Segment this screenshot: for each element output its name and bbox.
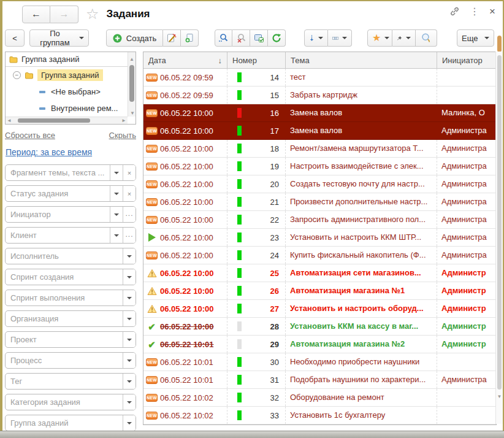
- refresh-button[interactable]: [268, 29, 286, 47]
- task-row[interactable]: 06.05.22 10:0023Установить и настроить К…: [143, 229, 496, 247]
- chevron-down-icon: [127, 276, 132, 279]
- tree-item-internal[interactable]: Внутренние рем...: [6, 100, 136, 117]
- copy-button[interactable]: [181, 29, 199, 47]
- task-row[interactable]: ✔06.05.22 10:0129Автоматизация магазина …: [143, 336, 496, 353]
- task-row[interactable]: NEW06.05.22 10:0021Произвести дополнител…: [143, 193, 496, 211]
- filter-dropdown-button[interactable]: [123, 394, 136, 410]
- task-row[interactable]: NEW06.05.22 10:0018Ремонт/замена маршрут…: [143, 140, 496, 158]
- task-initiator: Администра: [437, 122, 496, 139]
- create-by-template-button[interactable]: [163, 29, 181, 47]
- filter-clear-button[interactable]: ×: [123, 165, 136, 180]
- create-button[interactable]: Создать: [106, 29, 163, 47]
- filter-field[interactable]: Статус задания×: [5, 185, 136, 202]
- kebab-menu-icon[interactable]: ⋮: [470, 7, 479, 17]
- task-row[interactable]: NEW06.05.22 10:0016Замена валовМалинка, …: [143, 104, 496, 122]
- filter-clear-button[interactable]: ×: [123, 186, 136, 201]
- filter-dropdown-button[interactable]: [123, 374, 136, 389]
- filter-dropdown-button[interactable]: [123, 311, 136, 326]
- task-row[interactable]: 06.05.22 10:0025Автоматизация сети магаз…: [143, 264, 496, 282]
- tree-vertical-scrollbar[interactable]: ▲ ▼: [128, 52, 136, 117]
- column-header-initiator[interactable]: Инициатор: [437, 52, 496, 68]
- column-header-theme[interactable]: Тема: [285, 52, 437, 68]
- period-link[interactable]: Период: за все время: [6, 147, 92, 157]
- status-bar: [237, 393, 242, 402]
- task-row[interactable]: NEW06.05.22 10:0232Оборудование на ремон…: [143, 389, 496, 407]
- favorites-button[interactable]: ★: [367, 29, 392, 47]
- filter-field[interactable]: Процесс: [5, 352, 136, 369]
- hide-link[interactable]: Скрыть: [109, 131, 136, 140]
- task-number-cell: 32: [227, 389, 285, 406]
- collapse-node-icon[interactable]: −: [13, 71, 21, 79]
- close-icon[interactable]: ×: [489, 6, 495, 17]
- filter-field[interactable]: Инициатор...: [5, 206, 136, 223]
- task-row[interactable]: NEW06.05.22 10:0022Запросить администрат…: [143, 211, 496, 229]
- star-icon: ★: [372, 33, 381, 43]
- scroll-down-icon[interactable]: ▼: [496, 394, 503, 399]
- cancel-search-button[interactable]: [232, 29, 250, 47]
- filter-dropdown-button[interactable]: [110, 186, 123, 201]
- filter-dropdown-button[interactable]: [110, 228, 123, 243]
- filter-dropdown-button[interactable]: [110, 207, 123, 222]
- columns-button[interactable]: [328, 29, 352, 47]
- tree-item-not-selected[interactable]: <Не выбран>: [6, 83, 136, 100]
- scroll-up-icon[interactable]: ▲: [129, 56, 134, 62]
- task-row[interactable]: ✔06.05.22 10:0028Установить ККМ на кассу…: [143, 318, 496, 336]
- filter-field[interactable]: Группа заданий: [5, 415, 136, 431]
- tree-horizontal-scrollbar[interactable]: ◄ ►: [6, 117, 128, 124]
- task-row[interactable]: NEW06.05.22 10:0131Подобрать наушники по…: [143, 371, 496, 389]
- task-row[interactable]: 06.05.22 10:0026Автоматизация магазина №…: [143, 282, 496, 300]
- filter-dropdown-button[interactable]: [110, 165, 123, 180]
- scrollbar-thumb[interactable]: [129, 65, 134, 102]
- filter-choose-button[interactable]: ...: [123, 228, 136, 243]
- filter-dropdown-button[interactable]: [123, 290, 136, 305]
- scroll-down-icon[interactable]: ▼: [130, 111, 135, 116]
- filter-dropdown-button[interactable]: [123, 269, 136, 285]
- filter-field[interactable]: Тег: [5, 373, 136, 390]
- scroll-right-icon[interactable]: ►: [121, 118, 126, 123]
- monocle-button[interactable]: [416, 29, 437, 47]
- task-row[interactable]: NEW06.05.22 10:0130Необходимо приобрести…: [143, 353, 496, 371]
- task-row[interactable]: NEW06.05.22 10:0019Настроить взаимодейст…: [143, 158, 496, 175]
- filter-field[interactable]: Спринт выполнения: [5, 290, 136, 306]
- back-button[interactable]: ←: [22, 6, 50, 23]
- filter-field[interactable]: Клиент...: [5, 227, 136, 244]
- filter-field[interactable]: Исполнитель: [5, 248, 136, 264]
- favorite-star-icon[interactable]: ☆: [86, 7, 99, 21]
- filter-choose-button[interactable]: ...: [123, 207, 136, 222]
- scroll-left-icon[interactable]: ◄: [7, 118, 12, 123]
- task-row[interactable]: NEW06.05.22 10:0024Купить фискальный нак…: [143, 247, 496, 264]
- tree-item-group[interactable]: − Группа заданий: [6, 67, 136, 83]
- task-number: 23: [242, 233, 285, 242]
- task-row[interactable]: NEW06.05.22 09:5915Забрать картридж: [143, 86, 496, 104]
- splitter-handle[interactable]: [497, 36, 502, 52]
- task-row[interactable]: 06.05.22 10:0027Установить и настроить о…: [143, 300, 496, 318]
- task-row[interactable]: NEW06.05.22 10:0017Замена валовАдминистр…: [143, 122, 496, 140]
- filter-dropdown-button[interactable]: [123, 248, 136, 264]
- search-button[interactable]: [215, 29, 232, 47]
- collapse-sidebar-button[interactable]: <: [5, 29, 25, 47]
- filter-dropdown-button[interactable]: [123, 353, 136, 368]
- pin-button[interactable]: [392, 29, 416, 47]
- filter-dropdown-button[interactable]: [123, 415, 136, 431]
- configure-list-button[interactable]: [250, 29, 268, 47]
- filter-field[interactable]: Организация: [5, 310, 136, 327]
- column-header-number[interactable]: Номер: [227, 52, 285, 68]
- group-by-button[interactable]: По группам: [29, 29, 89, 47]
- table-vertical-scrollbar[interactable]: ▼: [495, 52, 503, 424]
- task-row[interactable]: NEW06.05.22 10:0020Создать тестовую почт…: [143, 175, 496, 193]
- filter-field[interactable]: Фрагмент темы, текста ...×: [5, 164, 136, 181]
- filter-dropdown-button[interactable]: [123, 332, 136, 347]
- task-row[interactable]: NEW06.05.22 09:5914тест: [143, 69, 496, 86]
- filter-field[interactable]: Спринт создания: [5, 269, 136, 285]
- task-row[interactable]: NEW06.05.22 10:0233Установить 1с бухгалт…: [143, 407, 496, 425]
- forward-button[interactable]: →: [50, 6, 78, 23]
- go-to-end-button[interactable]: [304, 29, 328, 47]
- more-button[interactable]: Еще: [457, 29, 494, 47]
- scrollbar-thumb[interactable]: [497, 55, 502, 390]
- filter-field[interactable]: Проект: [5, 331, 136, 348]
- reset-all-link[interactable]: Сбросить все: [5, 131, 55, 140]
- column-header-date[interactable]: Дата ↓: [143, 52, 227, 68]
- filter-field[interactable]: Категория задания: [5, 394, 136, 410]
- scrollbar-thumb[interactable]: [18, 118, 90, 123]
- link-icon[interactable]: [449, 6, 460, 17]
